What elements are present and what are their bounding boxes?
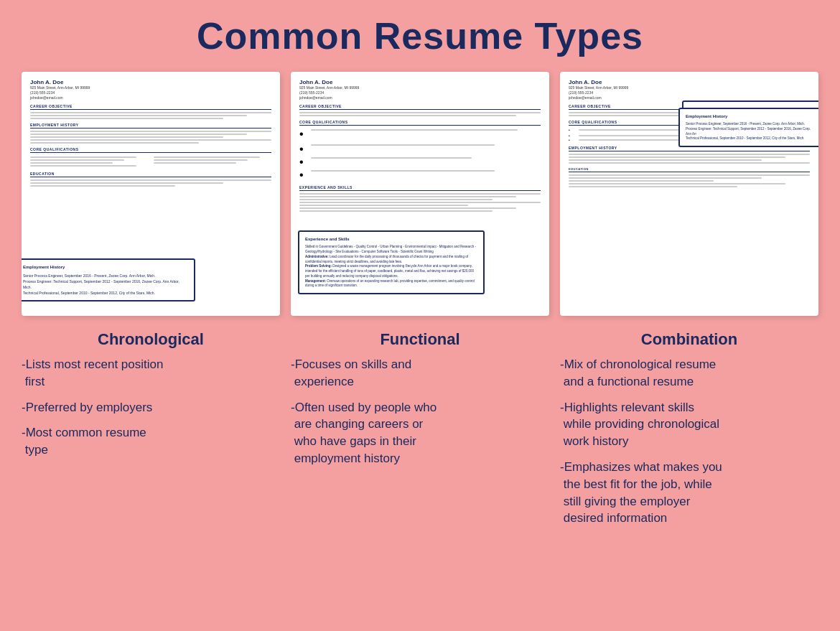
resume-name-1: John A. Doe: [30, 79, 271, 85]
resume-section-career-1: Career Objective: [30, 104, 271, 110]
column-functional: John A. Doe 925 Main Street, Ann Arbor, …: [291, 72, 549, 536]
resume-section-emp-1: Employment History: [30, 123, 271, 128]
bullet-list-chronological: -Lists most recent position first -Prefe…: [22, 356, 280, 467]
resume-section-edu-3: EDUCATION: [569, 167, 810, 172]
callout-emp-content-1: Senior Process Engineer, September 2016 …: [23, 273, 188, 296]
callout-emp-combination: Employment History Senior Process Engine…: [678, 108, 818, 147]
resume-info-3: 925 Main Street, Ann Arbor, MI 99999(219…: [569, 85, 810, 101]
resume-section-expskills-2: Experience and Skills: [299, 185, 541, 191]
page-title: Common Resume Types: [22, 14, 818, 57]
bullet-comb-2: -Highlights relevant skills while provid…: [560, 399, 818, 450]
resume-info-1: 925 Main Street, Ann Arbor, MI 99999(219…: [30, 85, 271, 101]
resume-section-career-2: Career Objective: [299, 104, 541, 110]
col-title-chronological: Chronological: [98, 330, 204, 349]
bullet-comb-3: -Emphasizes what makes you the best fit …: [560, 459, 818, 527]
resume-section-core-2: Core Qualifications: [299, 120, 541, 126]
bullet-func-2: -Often used by people who are changing c…: [291, 399, 549, 467]
resume-name-3: John A. Doe: [569, 79, 810, 85]
callout-skills-title: Experience and Skills: [305, 236, 477, 243]
bullet-chron-3: -Most common resume type: [22, 424, 280, 459]
callout-emp-content-3: Senior Process Engineer, September 2016 …: [686, 122, 815, 141]
col-title-functional: Functional: [380, 330, 459, 349]
bullet-func-1: -Focuses on skills and experience: [291, 356, 549, 391]
callout-emp-title-1: Employment History: [23, 264, 188, 271]
callout-skills-functional: Experience and Skills Skilled in Governm…: [298, 230, 485, 294]
col-title-combination: Combination: [641, 330, 737, 349]
column-combination: John A. Doe 925 Main Street, Ann Arbor, …: [560, 72, 818, 536]
resume-card-chronological: John A. Doe 925 Main Street, Ann Arbor, …: [22, 72, 280, 316]
callout-employment-chron: Employment History Senior Process Engine…: [22, 258, 195, 302]
resume-section-core-1: Core Qualifications: [30, 147, 271, 153]
resume-info-2: 925 Main Street, Ann Arbor, MI 99999(219…: [299, 85, 541, 101]
resume-section-edu-1: Education: [30, 172, 271, 177]
columns-container: John A. Doe 925 Main Street, Ann Arbor, …: [22, 72, 818, 536]
bullet-chron-1: -Lists most recent position first: [22, 356, 280, 391]
resume-card-combination: John A. Doe 925 Main Street, Ann Arbor, …: [560, 72, 818, 316]
bullet-chron-2: -Preferred by employers: [22, 399, 280, 416]
column-chronological: John A. Doe 925 Main Street, Ann Arbor, …: [22, 72, 280, 536]
callout-emp-title-3: Employment History: [686, 113, 815, 120]
resume-name-2: John A. Doe: [299, 79, 541, 85]
resume-card-functional: John A. Doe 925 Main Street, Ann Arbor, …: [291, 72, 549, 316]
bullet-comb-1: -Mix of chronological resume and a funct…: [560, 356, 818, 391]
callout-skills-content: Skilled in Government Guidelines - Quali…: [305, 245, 477, 289]
bullet-list-functional: -Focuses on skills and experience -Often…: [291, 356, 549, 476]
bullet-list-combination: -Mix of chronological resume and a funct…: [560, 356, 818, 536]
